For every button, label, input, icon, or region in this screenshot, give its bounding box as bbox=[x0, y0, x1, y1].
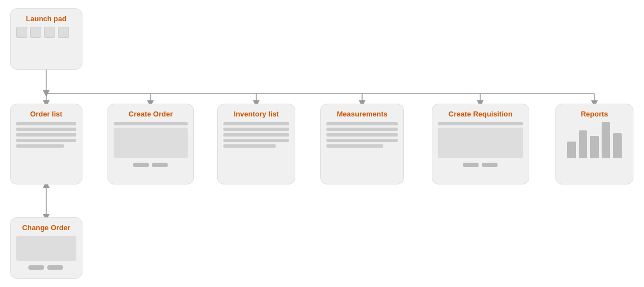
lp-icon-2 bbox=[30, 27, 41, 38]
mock-line bbox=[326, 128, 398, 131]
mock-line bbox=[16, 133, 76, 137]
change-order-box bbox=[16, 236, 76, 261]
mock-line bbox=[223, 139, 289, 142]
mock-line bbox=[326, 144, 383, 148]
lp-icon-4 bbox=[58, 27, 69, 38]
mock-line bbox=[16, 139, 76, 142]
change-order-card[interactable]: Change Order bbox=[10, 217, 82, 279]
change-order-buttons bbox=[16, 264, 76, 270]
create-order-title: Create Order bbox=[114, 110, 188, 118]
create-requisition-title: Create Requisition bbox=[438, 110, 523, 118]
create-order-box bbox=[114, 128, 188, 158]
reports-title: Reports bbox=[562, 110, 627, 118]
create-order-card[interactable]: Create Order bbox=[108, 104, 194, 184]
measurements-title: Measurements bbox=[326, 110, 398, 118]
mock-line bbox=[16, 144, 64, 148]
order-list-card[interactable]: Order list bbox=[10, 104, 82, 184]
mock-btn-2[interactable] bbox=[482, 163, 497, 167]
mock-btn-2[interactable] bbox=[152, 163, 168, 167]
mock-btn-2[interactable] bbox=[47, 265, 63, 270]
create-requisition-buttons bbox=[438, 162, 523, 167]
launchpad-title: Launch pad bbox=[16, 14, 76, 23]
launchpad-icons bbox=[16, 27, 76, 38]
inventory-list-card[interactable]: Inventory list bbox=[217, 104, 295, 184]
diagram: Launch pad Order list Change Order Creat… bbox=[0, 0, 644, 287]
mock-line bbox=[223, 122, 289, 125]
bar-4 bbox=[613, 133, 622, 158]
mock-line bbox=[16, 128, 76, 131]
mock-btn-1[interactable] bbox=[28, 265, 44, 270]
mock-line bbox=[326, 133, 398, 137]
bar-1 bbox=[579, 130, 588, 158]
create-order-buttons bbox=[114, 162, 188, 167]
bar-0 bbox=[567, 142, 576, 158]
mock-line bbox=[114, 122, 188, 125]
mock-btn-1[interactable] bbox=[133, 163, 149, 167]
lp-icon-1 bbox=[16, 27, 27, 38]
reports-card[interactable]: Reports bbox=[555, 104, 633, 184]
mock-btn-1[interactable] bbox=[463, 163, 479, 167]
measurements-card[interactable]: Measurements bbox=[320, 104, 404, 184]
mock-line bbox=[223, 133, 289, 137]
bar-3 bbox=[602, 122, 611, 158]
create-requisition-card[interactable]: Create Requisition bbox=[432, 104, 529, 184]
mock-line bbox=[438, 122, 523, 125]
order-list-title: Order list bbox=[16, 110, 76, 118]
mock-line bbox=[326, 139, 398, 142]
mock-line bbox=[326, 122, 398, 125]
change-order-title: Change Order bbox=[16, 223, 76, 232]
mock-line bbox=[223, 128, 289, 131]
lp-icon-3 bbox=[44, 27, 55, 38]
bar-2 bbox=[590, 136, 599, 158]
reports-chart bbox=[562, 122, 627, 161]
mock-line bbox=[16, 122, 76, 125]
inventory-list-title: Inventory list bbox=[223, 110, 289, 118]
mock-line bbox=[223, 144, 276, 148]
launchpad-card: Launch pad bbox=[10, 8, 82, 70]
create-requisition-box bbox=[438, 128, 523, 158]
